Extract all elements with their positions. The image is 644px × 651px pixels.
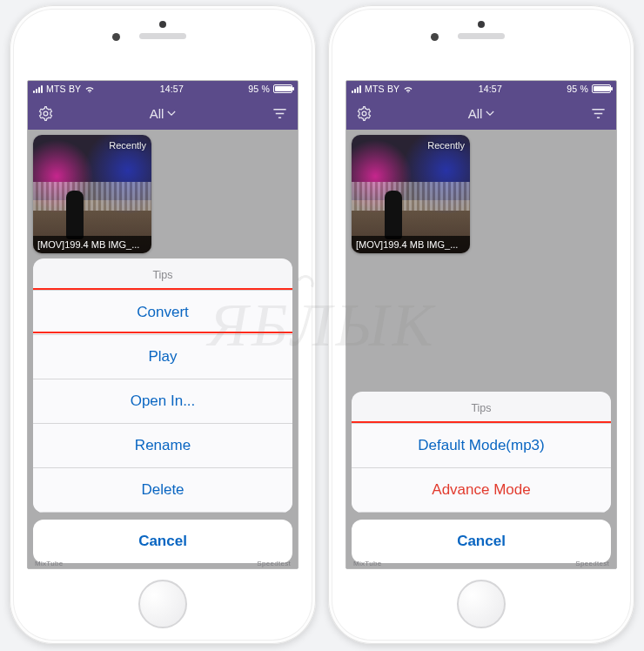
action-sheet-wrap: Tips Convert Play Open In... Rename Dele… bbox=[33, 258, 292, 563]
signal-icon bbox=[33, 85, 43, 93]
battery-icon bbox=[273, 84, 292, 93]
front-camera bbox=[431, 33, 439, 41]
filter-icon[interactable] bbox=[590, 104, 607, 122]
action-sheet: Tips Convert Play Open In... Rename Dele… bbox=[33, 258, 292, 513]
proximity-sensor bbox=[478, 21, 485, 28]
carrier-label: MTS BY bbox=[46, 84, 81, 94]
cancel-button[interactable]: Cancel bbox=[352, 520, 611, 563]
nav-bar: All bbox=[346, 97, 616, 130]
action-default-mode[interactable]: Default Mode(mp3) bbox=[352, 424, 611, 468]
battery-pct-label: 95 % bbox=[248, 84, 270, 94]
status-bar: MTS BY 14:57 95 % bbox=[28, 81, 298, 97]
action-advance-mode[interactable]: Advance Mode bbox=[352, 468, 611, 513]
phone-body: MTS BY 14:57 95 % bbox=[13, 9, 312, 641]
action-rename[interactable]: Rename bbox=[33, 424, 292, 468]
gear-icon[interactable] bbox=[355, 104, 372, 122]
action-play[interactable]: Play bbox=[33, 335, 292, 379]
action-delete[interactable]: Delete bbox=[33, 468, 292, 513]
nav-bar: All bbox=[28, 97, 298, 130]
dock-app-label: Speedtest bbox=[257, 560, 291, 567]
phone-right: MTS BY 14:57 95 % bbox=[328, 5, 634, 644]
action-sheet: Tips Default Mode(mp3) Advance Mode bbox=[352, 392, 611, 513]
clock-label: 14:57 bbox=[479, 84, 502, 94]
wifi-icon bbox=[84, 85, 95, 93]
content-area: Recently [MOV]199.4 MB IMG_... Tips Defa… bbox=[346, 130, 616, 568]
filter-icon[interactable] bbox=[272, 104, 289, 122]
home-button[interactable] bbox=[457, 580, 506, 628]
svg-point-1 bbox=[362, 111, 366, 116]
content-area: Recently [MOV]199.4 MB IMG_... Tips Conv… bbox=[28, 130, 298, 568]
battery-icon bbox=[592, 84, 611, 93]
dock-app-label: Speedtest bbox=[575, 560, 609, 567]
chevron-down-icon bbox=[486, 111, 494, 117]
battery-pct-label: 95 % bbox=[567, 84, 588, 94]
action-sheet-wrap: Tips Default Mode(mp3) Advance Mode Canc… bbox=[352, 392, 611, 563]
screen: MTS BY 14:57 95 % bbox=[345, 80, 617, 569]
screen: MTS BY 14:57 95 % bbox=[27, 80, 299, 569]
action-convert[interactable]: Convert bbox=[33, 291, 292, 335]
action-open-in[interactable]: Open In... bbox=[33, 379, 292, 424]
phone-body: MTS BY 14:57 95 % bbox=[332, 9, 631, 641]
gear-icon[interactable] bbox=[37, 104, 54, 122]
nav-title-label: All bbox=[150, 106, 164, 121]
chevron-down-icon bbox=[167, 111, 176, 117]
sheet-title: Tips bbox=[33, 258, 292, 291]
dock-app-label: MixTube bbox=[35, 560, 63, 567]
front-camera bbox=[112, 33, 120, 41]
carrier-label: MTS BY bbox=[365, 84, 399, 94]
home-button[interactable] bbox=[138, 580, 187, 628]
signal-icon bbox=[352, 85, 361, 93]
proximity-sensor bbox=[159, 21, 166, 28]
nav-title[interactable]: All bbox=[150, 106, 177, 121]
status-bar: MTS BY 14:57 95 % bbox=[346, 81, 616, 97]
nav-title[interactable]: All bbox=[468, 106, 495, 121]
nav-title-label: All bbox=[468, 106, 483, 121]
dock-app-label: MixTube bbox=[353, 560, 381, 567]
svg-point-0 bbox=[44, 111, 48, 116]
phone-left: MTS BY 14:57 95 % bbox=[10, 5, 316, 644]
cancel-button[interactable]: Cancel bbox=[33, 520, 292, 563]
earpiece-speaker bbox=[139, 33, 186, 39]
wifi-icon bbox=[403, 85, 413, 93]
earpiece-speaker bbox=[458, 33, 505, 39]
sheet-title: Tips bbox=[352, 392, 611, 424]
phones-row: MTS BY 14:57 95 % bbox=[0, 0, 644, 649]
clock-label: 14:57 bbox=[160, 84, 184, 94]
